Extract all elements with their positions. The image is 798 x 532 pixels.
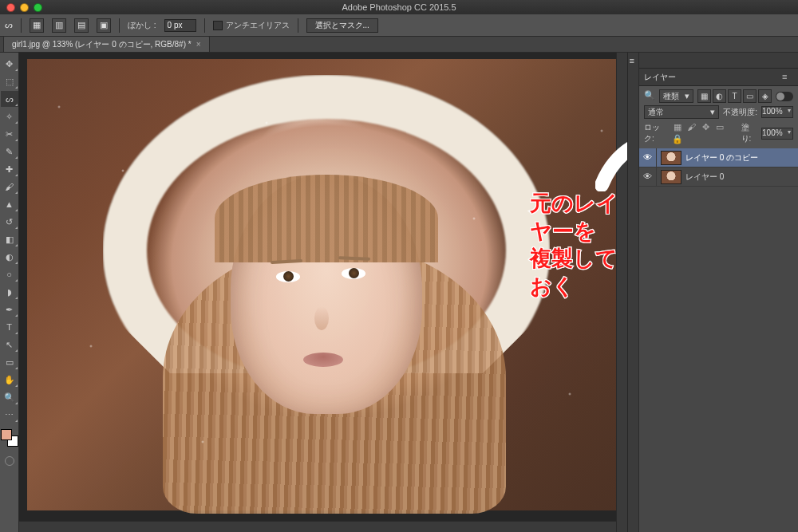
- history-brush-tool[interactable]: ↺: [1, 214, 18, 230]
- filter-pixel-icon[interactable]: ▦: [697, 89, 711, 103]
- more-tools[interactable]: ⋯: [1, 407, 18, 423]
- vertical-scrollbar[interactable]: [616, 53, 627, 532]
- workspace: ✥⬚ᔕ✧✂✎✚🖌▲↺◧◐○◗✒T↖▭✋🔍⋯ 元のレ: [0, 53, 798, 532]
- antialias-checkbox[interactable]: アンチエイリアス: [213, 20, 290, 31]
- chevron-down-icon: ▾: [710, 108, 715, 116]
- lock-position-icon[interactable]: ✥: [700, 121, 712, 133]
- layer-visibility-toggle[interactable]: 👁: [639, 148, 657, 167]
- feather-input[interactable]: [164, 19, 196, 32]
- layers-panel-header[interactable]: レイヤー ≡: [639, 69, 798, 86]
- eye-icon: 👁: [643, 153, 652, 162]
- brush-tool-icon: 🖌: [5, 183, 14, 191]
- image-content: [349, 268, 359, 278]
- subtract-selection-icon[interactable]: ▤: [74, 18, 89, 33]
- path-selection-tool[interactable]: ↖: [1, 337, 18, 353]
- filter-type-icon[interactable]: T: [728, 89, 741, 103]
- close-tab-icon[interactable]: ×: [196, 40, 201, 49]
- history-brush-tool-icon: ↺: [6, 218, 13, 227]
- pen-tool[interactable]: ✒: [1, 301, 18, 317]
- blend-mode-select[interactable]: 通常▾: [644, 105, 719, 119]
- gradient-tool-icon: ◐: [6, 253, 14, 262]
- brush-tool[interactable]: 🖌: [1, 179, 18, 195]
- add-selection-icon[interactable]: ▥: [52, 18, 66, 33]
- zoom-tool[interactable]: 🔍: [1, 389, 18, 405]
- layer-filter-icons: ▦ ◐ T ▭ ◈: [697, 89, 772, 103]
- eraser-tool-icon: ◧: [6, 235, 14, 244]
- layer-kind-filter-select[interactable]: 種類▾: [659, 89, 693, 103]
- layers-panel-title: レイヤー: [644, 72, 676, 83]
- clone-stamp-tool[interactable]: ▲: [1, 196, 18, 212]
- layer-name-label[interactable]: レイヤー 0 のコピー: [685, 152, 798, 164]
- lasso-tool[interactable]: ᔕ: [1, 91, 18, 107]
- lock-image-icon[interactable]: 🖌: [685, 121, 697, 133]
- color-swatches[interactable]: [1, 429, 18, 447]
- gradient-tool[interactable]: ◐: [1, 249, 18, 265]
- crop-tool[interactable]: ✂: [1, 126, 18, 142]
- clone-stamp-tool-icon: ▲: [5, 200, 14, 209]
- rectangular-marquee-tool[interactable]: ⬚: [1, 73, 18, 89]
- more-tools-icon: ⋯: [5, 411, 14, 420]
- panel-group-grip[interactable]: [639, 53, 798, 69]
- blur-tool[interactable]: ○: [1, 266, 18, 282]
- select-and-mask-label: 選択とマスク...: [315, 20, 369, 31]
- layer-name-label[interactable]: レイヤー 0: [685, 171, 798, 183]
- collapsed-panel-dock[interactable]: ≡: [627, 53, 638, 532]
- search-icon[interactable]: 🔍: [644, 91, 655, 102]
- select-and-mask-button[interactable]: 選択とマスク...: [306, 18, 378, 33]
- layer-kind-filter-label: 種類: [663, 91, 679, 102]
- feather-label: ぼかし :: [128, 20, 156, 31]
- lock-all-icon[interactable]: 🔒: [671, 133, 683, 145]
- checkbox-icon: [213, 21, 223, 30]
- canvas-area[interactable]: 元のレイヤーを 複製しておく: [19, 53, 627, 532]
- layer-row[interactable]: 👁レイヤー 0 のコピー: [639, 148, 798, 167]
- filter-toggle[interactable]: [776, 92, 793, 101]
- magic-wand-tool-icon: ✧: [6, 112, 13, 121]
- tools-toolbar: ✥⬚ᔕ✧✂✎✚🖌▲↺◧◐○◗✒T↖▭✋🔍⋯: [0, 53, 19, 532]
- document-canvas[interactable]: [27, 59, 627, 510]
- quick-mask-toggle[interactable]: [1, 453, 18, 469]
- layers-list[interactable]: 👁レイヤー 0 のコピー👁レイヤー 0: [639, 148, 798, 532]
- move-tool-icon: ✥: [6, 60, 13, 69]
- panel-menu-icon[interactable]: ≡: [782, 73, 793, 81]
- rectangle-tool[interactable]: ▭: [1, 354, 18, 370]
- dodge-tool[interactable]: ◗: [1, 284, 18, 300]
- new-selection-icon[interactable]: ▦: [30, 18, 44, 33]
- layer-visibility-toggle[interactable]: 👁: [639, 167, 657, 186]
- lock-icons: ▦ 🖌 ✥ ▭ 🔒: [671, 121, 733, 145]
- dock-icon[interactable]: ≡: [630, 56, 638, 64]
- eyedropper-tool-icon: ✎: [6, 148, 13, 156]
- type-tool[interactable]: T: [1, 319, 18, 335]
- foreground-swatch-icon[interactable]: [1, 429, 12, 440]
- zoom-tool-icon: 🔍: [4, 393, 15, 402]
- image-content: [314, 306, 329, 330]
- blend-mode-label: 通常: [648, 107, 664, 118]
- filter-shape-icon[interactable]: ▭: [743, 89, 757, 103]
- intersect-selection-icon[interactable]: ▣: [97, 18, 111, 33]
- hand-tool-icon: ✋: [4, 376, 15, 384]
- image-content: [215, 175, 438, 262]
- opacity-input[interactable]: 100%: [761, 106, 793, 118]
- magic-wand-tool[interactable]: ✧: [1, 108, 18, 124]
- lock-label: ロック:: [644, 122, 667, 144]
- fill-input[interactable]: 100%: [761, 128, 793, 140]
- spot-healing-tool[interactable]: ✚: [1, 161, 18, 177]
- separator: [119, 18, 120, 33]
- blur-tool-icon: ○: [6, 270, 12, 279]
- lock-artboard-icon[interactable]: ▭: [714, 121, 726, 133]
- layer-thumbnail[interactable]: [661, 151, 681, 165]
- document-tab[interactable]: girl1.jpg @ 133% (レイヤー 0 のコピー, RGB/8#) *…: [3, 36, 210, 52]
- fill-label: 塗り:: [741, 122, 757, 144]
- horizontal-scrollbar[interactable]: [19, 521, 616, 532]
- image-content: [303, 353, 343, 367]
- move-tool[interactable]: ✥: [1, 56, 18, 72]
- hand-tool[interactable]: ✋: [1, 372, 18, 388]
- eraser-tool[interactable]: ◧: [1, 231, 18, 247]
- eyedropper-tool[interactable]: ✎: [1, 144, 18, 160]
- lock-transparency-icon[interactable]: ▦: [671, 121, 683, 133]
- dodge-tool-icon: ◗: [7, 288, 12, 297]
- filter-adjust-icon[interactable]: ◐: [713, 89, 726, 103]
- layer-thumbnail[interactable]: [661, 170, 681, 184]
- right-panel-column: レイヤー ≡ 🔍 種類▾ ▦ ◐ T ▭ ◈: [638, 53, 798, 532]
- layer-row[interactable]: 👁レイヤー 0: [639, 167, 798, 187]
- filter-smart-icon[interactable]: ◈: [758, 89, 772, 103]
